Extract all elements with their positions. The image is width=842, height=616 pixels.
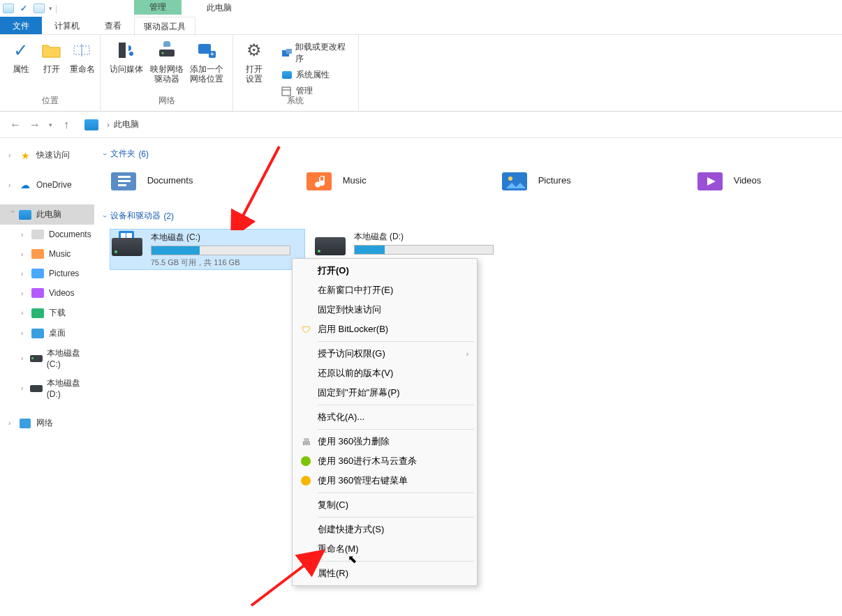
ctx-restore-prev[interactable]: 还原以前的版本(V)	[294, 363, 475, 383]
sidebar-drive-c[interactable]: ›本地磁盘 (C:)	[17, 343, 94, 373]
ribbon-properties[interactable]: ✓ 属性	[6, 39, 36, 74]
expand-icon[interactable]: ›	[8, 151, 17, 159]
ribbon-sysprops[interactable]: 系统属性	[278, 67, 354, 83]
folder-music[interactable]: Music	[305, 167, 501, 193]
ribbon-map-drive[interactable]: 映射网络 驱动器	[147, 39, 187, 84]
svg-rect-10	[286, 49, 292, 54]
chevron-down-icon: ›	[101, 215, 110, 218]
folder-icon	[3, 3, 14, 14]
ctx-bitlocker[interactable]: 🛡启用 BitLocker(B)	[294, 320, 475, 339]
tab-file[interactable]: 文件	[0, 17, 42, 34]
ctx-format[interactable]: 格式化(A)...	[294, 407, 475, 427]
pictures-folder-icon	[31, 268, 45, 279]
section-drives[interactable]: › 设备和驱动器 (2)	[97, 207, 842, 229]
ctx-properties[interactable]: 属性(R)	[294, 564, 475, 583]
network-icon	[18, 418, 32, 429]
folder-documents[interactable]: Documents	[110, 167, 305, 193]
context-menu: 打开(O) 在新窗口中打开(E) 固定到快速访问 🛡启用 BitLocker(B…	[292, 258, 478, 586]
ctx-360-delete[interactable]: 🖶使用 360强力删除	[294, 432, 475, 451]
separator	[318, 341, 474, 342]
qat-dropdown-icon[interactable]: ▾	[49, 5, 52, 12]
printer-icon: 🖶	[300, 435, 312, 448]
drive-c[interactable]: 本地磁盘 (C:) 75.5 GB 可用，共 116 GB	[110, 229, 305, 270]
navigation-pane: › ★ 快速访问 › ☁ OneDrive › 此电脑 ›Documents ›…	[0, 138, 94, 616]
ctx-pin-start[interactable]: 固定到"开始"屏幕(P)	[294, 383, 475, 403]
drive-d-capacity-bar	[354, 245, 494, 255]
window-title: 此电脑	[207, 2, 232, 14]
ribbon-access-media[interactable]: 访问媒体	[106, 39, 147, 74]
ribbon-manage[interactable]: 管理	[278, 83, 354, 99]
ctx-copy[interactable]: 复制(C)	[294, 495, 475, 515]
collapse-icon[interactable]: ›	[9, 211, 17, 219]
ctx-open-new-window[interactable]: 在新窗口中打开(E)	[294, 280, 475, 300]
ribbon-open-settings[interactable]: ⚙ 打开 设置	[239, 39, 269, 84]
ctx-360-menu[interactable]: 使用 360管理右键菜单	[294, 471, 475, 490]
folder-videos[interactable]: Videos	[696, 167, 842, 193]
svg-point-19	[508, 176, 512, 181]
videos-folder-icon	[31, 287, 45, 299]
ctx-grant-access[interactable]: 授予访问权限(G)›	[294, 344, 475, 363]
sidebar-downloads[interactable]: ›下载	[17, 303, 94, 323]
desktop-folder-icon	[31, 328, 45, 339]
ribbon-group-location: 位置	[0, 93, 100, 111]
svg-rect-11	[282, 87, 290, 96]
sidebar-videos[interactable]: ›Videos	[17, 283, 94, 303]
sidebar-quick-access[interactable]: › ★ 快速访问	[0, 145, 94, 165]
sidebar-drive-d[interactable]: ›本地磁盘 (D:)	[17, 373, 94, 403]
sidebar-music[interactable]: ›Music	[17, 244, 94, 264]
sidebar-onedrive[interactable]: › ☁ OneDrive	[0, 175, 94, 195]
expand-icon[interactable]: ›	[8, 181, 17, 189]
ribbon-rename[interactable]: 重命名	[67, 39, 98, 74]
monitor-icon	[18, 209, 32, 220]
videos-icon	[696, 167, 725, 193]
sidebar-desktop[interactable]: ›桌面	[17, 323, 94, 343]
svg-text:+: +	[210, 50, 214, 58]
qat-folder-icon[interactable]	[34, 3, 45, 14]
separator	[318, 429, 474, 430]
sidebar-this-pc[interactable]: › 此电脑	[0, 204, 94, 225]
star-icon: ★	[18, 150, 32, 161]
drive-c-icon	[112, 231, 145, 257]
sidebar-pictures[interactable]: ›Pictures	[17, 264, 94, 283]
tab-view[interactable]: 查看	[92, 17, 134, 34]
tab-drive-tools[interactable]: 驱动器工具	[134, 17, 195, 36]
ribbon-uninstall[interactable]: 卸载或更改程序	[278, 39, 354, 67]
svg-rect-16	[118, 184, 126, 186]
address-bar[interactable]: › 此电脑	[82, 116, 836, 133]
ctx-pin-quick[interactable]: 固定到快速访问	[294, 300, 475, 320]
qat-check-icon[interactable]	[18, 3, 29, 14]
chevron-down-icon: ›	[101, 153, 110, 156]
ribbon: ✓ 属性 打开 重命名 位置 访问媒体 映射网络 驱动器	[0, 35, 842, 112]
expand-icon[interactable]: ›	[8, 419, 17, 427]
sidebar-network[interactable]: › 网络	[0, 413, 94, 433]
ctx-rename[interactable]: 重命名(M)	[294, 539, 475, 559]
360-yellow-icon	[300, 474, 312, 487]
pictures-icon	[501, 167, 530, 193]
ctx-open[interactable]: 打开(O)	[294, 261, 475, 280]
ribbon-group-network: 网络	[101, 93, 232, 111]
cloud-icon: ☁	[18, 179, 32, 190]
drive-icon	[30, 383, 43, 394]
recent-dropdown-icon[interactable]: ▾	[49, 121, 52, 128]
drive-icon	[30, 353, 43, 364]
checkmark-icon: ✓	[10, 39, 32, 61]
ribbon-add-location[interactable]: + 添加一个 网络位置	[186, 39, 227, 84]
ribbon-open[interactable]: 打开	[36, 39, 67, 74]
rename-icon	[71, 39, 94, 61]
breadcrumb-this-pc[interactable]: 此电脑	[114, 119, 139, 130]
downloads-folder-icon	[31, 308, 45, 319]
back-button[interactable]: ←	[6, 115, 25, 135]
folder-pictures[interactable]: Pictures	[501, 167, 696, 193]
tab-context-manage[interactable]: 管理	[134, 0, 182, 15]
ctx-360-scan[interactable]: 使用 360进行木马云查杀	[294, 451, 475, 471]
tab-computer[interactable]: 计算机	[42, 17, 92, 34]
add-network-icon: +	[195, 39, 218, 61]
forward-button[interactable]: →	[25, 115, 45, 135]
up-button[interactable]: ↑	[57, 115, 76, 135]
this-pc-icon	[84, 119, 98, 130]
map-drive-icon	[156, 39, 178, 61]
ctx-create-shortcut[interactable]: 创建快捷方式(S)	[294, 520, 475, 539]
svg-rect-14	[118, 176, 131, 178]
sidebar-documents[interactable]: ›Documents	[17, 225, 94, 244]
section-folders[interactable]: › 文件夹 (6)	[97, 145, 842, 167]
